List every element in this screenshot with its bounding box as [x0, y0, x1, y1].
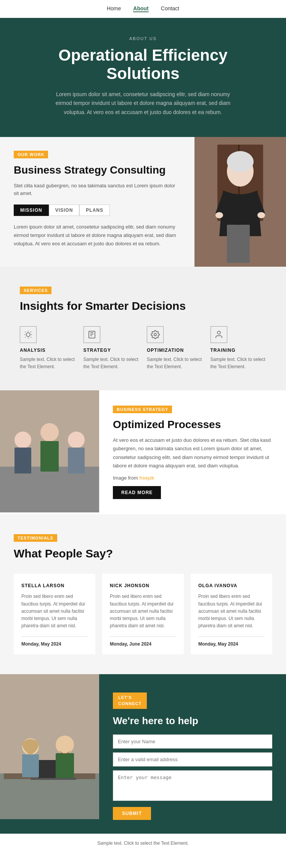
svg-point-9	[26, 333, 30, 337]
svg-point-30	[68, 432, 85, 448]
hero-title: Operational Efficiency Solutions	[31, 46, 255, 83]
testimonial-date-2: Monday, June 2024	[110, 641, 176, 647]
svg-rect-34	[0, 773, 99, 819]
testimonials-section: TESTIMONIALS What People Say? STELLA LAR…	[0, 514, 286, 674]
our-work-section: OUR WORK Business Strategy Consulting St…	[0, 137, 286, 267]
contact-title: We're here to help	[113, 715, 272, 727]
testimonial-text-1: Proin sed libero enim sed faucibus turpi…	[21, 593, 88, 630]
strategy-right: BUSINESS STRATEGY Optimized Processes At…	[99, 390, 286, 514]
person-photo	[194, 137, 286, 267]
tab-plans[interactable]: PLANS	[79, 205, 110, 216]
footer-note: Sample text. Click to select the Text El…	[0, 834, 286, 853]
contact-image	[0, 674, 99, 834]
services-section: SERVICES Insights for Smarter Decisions …	[0, 267, 286, 390]
our-work-tabs: MISSION VISION PLANS	[14, 205, 181, 216]
our-work-desc: Stet clita kasd gubergren, no sea takima…	[14, 182, 181, 198]
name-input[interactable]	[113, 734, 272, 749]
nav-about[interactable]: About	[133, 5, 148, 12]
contact-section: LET'S CONNECT We're here to help SUBMIT	[0, 674, 286, 834]
testimonial-date-1: Monday, May 2024	[21, 641, 88, 647]
service-analysis-desc: Sample text. Click to select the Text El…	[20, 356, 76, 370]
testimonial-card-1: STELLA LARSON Proin sed libero enim sed …	[14, 574, 95, 654]
service-strategy: STRATEGY Sample text. Click to select th…	[84, 326, 140, 370]
testimonial-divider-3	[198, 636, 265, 637]
service-optimization: OPTIMIZATION Sample text. Click to selec…	[147, 326, 203, 370]
email-input[interactable]	[113, 752, 272, 767]
svg-point-4	[227, 151, 254, 172]
tab-vision[interactable]: VISION	[49, 205, 80, 216]
strategy-image	[0, 390, 99, 514]
svg-rect-27	[14, 448, 31, 474]
our-work-body: Lorem ipsum dolor sit amet, consetetur s…	[14, 223, 181, 248]
service-strategy-desc: Sample text. Click to select the Text El…	[84, 356, 140, 370]
testimonial-divider-2	[110, 636, 176, 637]
svg-point-22	[154, 333, 156, 336]
svg-line-17	[31, 332, 31, 332]
svg-rect-6	[238, 225, 250, 263]
svg-rect-37	[31, 778, 76, 780]
services-grid: ANALYSIS Sample text. Click to select th…	[20, 326, 266, 370]
testimonials-title: What People Say?	[14, 547, 272, 560]
navigation: Home About Contact	[0, 0, 286, 18]
tab-mission[interactable]: MISSION	[14, 205, 49, 216]
nav-home[interactable]: Home	[107, 5, 121, 12]
training-icon	[210, 326, 227, 343]
hero-section: ABOUT US Operational Efficiency Solution…	[0, 18, 286, 137]
svg-rect-31	[68, 448, 85, 474]
testimonial-card-3: OLGA IVANOVA Proin sed libero enim sed f…	[191, 574, 272, 654]
message-input[interactable]	[113, 770, 272, 801]
hero-description: Lorem ipsum dolor sit amet, consetetur s…	[55, 90, 231, 117]
our-work-title: Business Strategy Consulting	[14, 164, 181, 177]
services-badge: SERVICES	[20, 287, 51, 294]
testimonial-name-2: NICK JHONSON	[110, 583, 176, 588]
svg-line-15	[31, 337, 31, 337]
nav-contact[interactable]: Contact	[161, 5, 179, 12]
svg-point-23	[217, 331, 220, 334]
testimonial-divider-1	[21, 636, 88, 637]
svg-point-28	[40, 423, 59, 441]
svg-point-40	[56, 736, 74, 754]
testimonial-text-3: Proin sed libero enim sed faucibus turpi…	[198, 593, 265, 630]
contact-right: LET'S CONNECT We're here to help SUBMIT	[99, 674, 286, 834]
svg-rect-18	[89, 331, 95, 338]
strategy-section: BUSINESS STRATEGY Optimized Processes At…	[0, 390, 286, 514]
submit-button[interactable]: SUBMIT	[113, 807, 151, 820]
service-optimization-desc: Sample text. Click to select the Text El…	[147, 356, 203, 370]
svg-point-7	[215, 212, 223, 218]
our-work-image	[194, 137, 286, 267]
service-training-desc: Sample text. Click to select the Text El…	[210, 356, 267, 370]
our-work-badge: OUR WORK	[14, 151, 48, 158]
svg-point-26	[14, 432, 31, 448]
our-work-left: OUR WORK Business Strategy Consulting St…	[0, 137, 194, 267]
testimonial-name-3: OLGA IVANOVA	[198, 583, 265, 588]
optimization-icon	[147, 326, 164, 343]
analysis-icon	[20, 326, 37, 343]
strategy-badge: BUSINESS STRATEGY	[113, 406, 172, 413]
freepik-link[interactable]: freepik	[139, 475, 154, 481]
services-title: Insights for Smarter Decisions	[20, 300, 266, 312]
service-strategy-label: STRATEGY	[84, 348, 140, 353]
service-analysis-label: ANALYSIS	[20, 348, 76, 353]
service-training: TRAINING Sample text. Click to select th…	[210, 326, 267, 370]
strategy-para: At vero eos et accusam et justo duo dolo…	[113, 436, 272, 470]
svg-rect-5	[227, 225, 238, 263]
lets-connect-badge: LET'S CONNECT	[113, 692, 147, 709]
svg-rect-29	[40, 441, 59, 472]
svg-point-8	[257, 212, 265, 218]
service-optimization-label: OPTIMIZATION	[147, 348, 203, 353]
image-from: Image from freepik	[113, 474, 272, 482]
testimonial-date-3: Monday, May 2024	[198, 641, 265, 647]
hero-label: ABOUT US	[31, 36, 255, 41]
service-analysis: ANALYSIS Sample text. Click to select th…	[20, 326, 76, 370]
service-training-label: TRAINING	[210, 348, 267, 353]
svg-line-16	[25, 337, 26, 337]
strategy-title: Optimized Processes	[113, 419, 272, 431]
read-more-button[interactable]: READ MORE	[113, 486, 161, 499]
testimonial-text-2: Proin sed libero enim sed faucibus turpi…	[110, 593, 176, 630]
svg-rect-41	[56, 753, 74, 778]
svg-line-14	[25, 332, 26, 332]
svg-rect-39	[22, 754, 39, 777]
contact-form: SUBMIT	[113, 734, 272, 820]
testimonials-grid: STELLA LARSON Proin sed libero enim sed …	[14, 574, 272, 654]
testimonials-badge: TESTIMONIALS	[14, 534, 57, 542]
